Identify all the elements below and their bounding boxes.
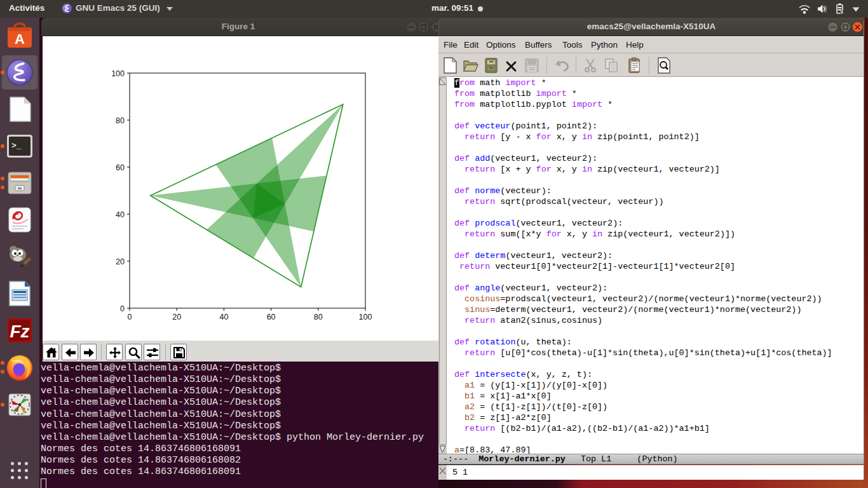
svg-text:100: 100 xyxy=(111,69,125,78)
svg-text:0: 0 xyxy=(120,304,125,313)
svg-text:60: 60 xyxy=(267,313,276,322)
svg-text:>_: >_ xyxy=(11,141,22,151)
svg-text:40: 40 xyxy=(116,210,125,219)
svg-text:80: 80 xyxy=(116,116,125,125)
svg-text:40: 40 xyxy=(219,313,228,322)
svg-text:Fz: Fz xyxy=(10,322,29,341)
svg-text:80: 80 xyxy=(314,313,323,322)
svg-text:0: 0 xyxy=(128,313,132,322)
svg-text:20: 20 xyxy=(116,257,125,266)
svg-text:A: A xyxy=(15,31,25,47)
svg-text:20: 20 xyxy=(172,313,181,322)
svg-text:100: 100 xyxy=(359,313,372,322)
svg-text:60: 60 xyxy=(116,163,125,172)
